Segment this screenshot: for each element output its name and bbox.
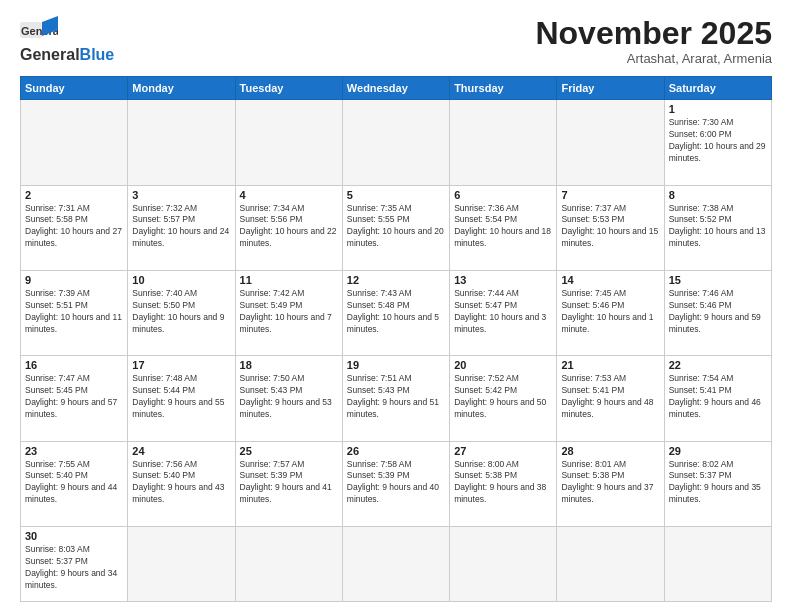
logo: General General Blue [20,16,114,64]
day-info: Sunrise: 7:42 AMSunset: 5:49 PMDaylight:… [240,288,338,336]
day-info: Sunrise: 7:51 AMSunset: 5:43 PMDaylight:… [347,373,445,421]
day-number: 23 [25,445,123,457]
calendar-cell: 3Sunrise: 7:32 AMSunset: 5:57 PMDaylight… [128,185,235,270]
day-info: Sunrise: 8:02 AMSunset: 5:37 PMDaylight:… [669,459,767,507]
calendar-cell: 18Sunrise: 7:50 AMSunset: 5:43 PMDayligh… [235,356,342,441]
day-info: Sunrise: 7:44 AMSunset: 5:47 PMDaylight:… [454,288,552,336]
day-info: Sunrise: 7:37 AMSunset: 5:53 PMDaylight:… [561,203,659,251]
calendar-cell: 23Sunrise: 7:55 AMSunset: 5:40 PMDayligh… [21,441,128,526]
week-row-3: 9Sunrise: 7:39 AMSunset: 5:51 PMDaylight… [21,270,772,355]
calendar-cell [342,526,449,601]
page: General General Blue November 2025 Artas… [0,0,792,612]
title-section: November 2025 Artashat, Ararat, Armenia [535,16,772,66]
day-info: Sunrise: 7:40 AMSunset: 5:50 PMDaylight:… [132,288,230,336]
day-number: 18 [240,359,338,371]
day-info: Sunrise: 7:58 AMSunset: 5:39 PMDaylight:… [347,459,445,507]
calendar-cell: 12Sunrise: 7:43 AMSunset: 5:48 PMDayligh… [342,270,449,355]
day-number: 27 [454,445,552,457]
calendar-cell: 8Sunrise: 7:38 AMSunset: 5:52 PMDaylight… [664,185,771,270]
calendar-cell: 2Sunrise: 7:31 AMSunset: 5:58 PMDaylight… [21,185,128,270]
day-number: 15 [669,274,767,286]
calendar-cell: 6Sunrise: 7:36 AMSunset: 5:54 PMDaylight… [450,185,557,270]
calendar-cell [128,100,235,185]
calendar-cell: 4Sunrise: 7:34 AMSunset: 5:56 PMDaylight… [235,185,342,270]
day-number: 16 [25,359,123,371]
day-number: 9 [25,274,123,286]
header: General General Blue November 2025 Artas… [20,16,772,66]
logo-blue: Blue [80,46,115,64]
calendar-cell [235,526,342,601]
week-row-5: 23Sunrise: 7:55 AMSunset: 5:40 PMDayligh… [21,441,772,526]
day-info: Sunrise: 7:50 AMSunset: 5:43 PMDaylight:… [240,373,338,421]
weekday-wednesday: Wednesday [342,77,449,100]
calendar-cell: 5Sunrise: 7:35 AMSunset: 5:55 PMDaylight… [342,185,449,270]
calendar-cell: 11Sunrise: 7:42 AMSunset: 5:49 PMDayligh… [235,270,342,355]
week-row-4: 16Sunrise: 7:47 AMSunset: 5:45 PMDayligh… [21,356,772,441]
calendar-cell: 17Sunrise: 7:48 AMSunset: 5:44 PMDayligh… [128,356,235,441]
calendar: SundayMondayTuesdayWednesdayThursdayFrid… [20,76,772,602]
calendar-cell [235,100,342,185]
day-info: Sunrise: 7:39 AMSunset: 5:51 PMDaylight:… [25,288,123,336]
weekday-thursday: Thursday [450,77,557,100]
calendar-cell [450,100,557,185]
calendar-cell: 15Sunrise: 7:46 AMSunset: 5:46 PMDayligh… [664,270,771,355]
day-number: 6 [454,189,552,201]
day-info: Sunrise: 8:03 AMSunset: 5:37 PMDaylight:… [25,544,123,592]
day-info: Sunrise: 7:52 AMSunset: 5:42 PMDaylight:… [454,373,552,421]
day-info: Sunrise: 7:30 AMSunset: 6:00 PMDaylight:… [669,117,767,165]
day-number: 26 [347,445,445,457]
day-info: Sunrise: 7:57 AMSunset: 5:39 PMDaylight:… [240,459,338,507]
day-number: 2 [25,189,123,201]
day-info: Sunrise: 7:45 AMSunset: 5:46 PMDaylight:… [561,288,659,336]
calendar-cell: 25Sunrise: 7:57 AMSunset: 5:39 PMDayligh… [235,441,342,526]
calendar-cell: 1Sunrise: 7:30 AMSunset: 6:00 PMDaylight… [664,100,771,185]
day-info: Sunrise: 7:56 AMSunset: 5:40 PMDaylight:… [132,459,230,507]
day-number: 11 [240,274,338,286]
day-info: Sunrise: 7:43 AMSunset: 5:48 PMDaylight:… [347,288,445,336]
calendar-cell: 27Sunrise: 8:00 AMSunset: 5:38 PMDayligh… [450,441,557,526]
calendar-cell: 28Sunrise: 8:01 AMSunset: 5:38 PMDayligh… [557,441,664,526]
day-number: 14 [561,274,659,286]
day-number: 4 [240,189,338,201]
day-info: Sunrise: 7:48 AMSunset: 5:44 PMDaylight:… [132,373,230,421]
calendar-cell: 13Sunrise: 7:44 AMSunset: 5:47 PMDayligh… [450,270,557,355]
day-number: 30 [25,530,123,542]
day-number: 22 [669,359,767,371]
day-number: 5 [347,189,445,201]
calendar-cell: 21Sunrise: 7:53 AMSunset: 5:41 PMDayligh… [557,356,664,441]
day-number: 3 [132,189,230,201]
day-info: Sunrise: 7:53 AMSunset: 5:41 PMDaylight:… [561,373,659,421]
calendar-cell: 26Sunrise: 7:58 AMSunset: 5:39 PMDayligh… [342,441,449,526]
calendar-cell [664,526,771,601]
day-number: 19 [347,359,445,371]
calendar-cell [21,100,128,185]
month-title: November 2025 [535,16,772,51]
calendar-cell [450,526,557,601]
location-subtitle: Artashat, Ararat, Armenia [535,51,772,66]
day-number: 24 [132,445,230,457]
day-info: Sunrise: 7:31 AMSunset: 5:58 PMDaylight:… [25,203,123,251]
calendar-cell [557,100,664,185]
day-number: 12 [347,274,445,286]
day-info: Sunrise: 7:34 AMSunset: 5:56 PMDaylight:… [240,203,338,251]
day-info: Sunrise: 7:38 AMSunset: 5:52 PMDaylight:… [669,203,767,251]
logo-general: General [20,46,80,64]
day-number: 28 [561,445,659,457]
day-number: 10 [132,274,230,286]
weekday-tuesday: Tuesday [235,77,342,100]
day-number: 29 [669,445,767,457]
calendar-cell: 19Sunrise: 7:51 AMSunset: 5:43 PMDayligh… [342,356,449,441]
calendar-cell: 20Sunrise: 7:52 AMSunset: 5:42 PMDayligh… [450,356,557,441]
day-number: 17 [132,359,230,371]
weekday-sunday: Sunday [21,77,128,100]
calendar-cell: 14Sunrise: 7:45 AMSunset: 5:46 PMDayligh… [557,270,664,355]
calendar-cell: 10Sunrise: 7:40 AMSunset: 5:50 PMDayligh… [128,270,235,355]
week-row-6: 30Sunrise: 8:03 AMSunset: 5:37 PMDayligh… [21,526,772,601]
calendar-cell: 9Sunrise: 7:39 AMSunset: 5:51 PMDaylight… [21,270,128,355]
day-info: Sunrise: 8:01 AMSunset: 5:38 PMDaylight:… [561,459,659,507]
day-info: Sunrise: 7:35 AMSunset: 5:55 PMDaylight:… [347,203,445,251]
logo-icon: General [20,16,58,44]
day-info: Sunrise: 7:36 AMSunset: 5:54 PMDaylight:… [454,203,552,251]
weekday-monday: Monday [128,77,235,100]
day-number: 20 [454,359,552,371]
